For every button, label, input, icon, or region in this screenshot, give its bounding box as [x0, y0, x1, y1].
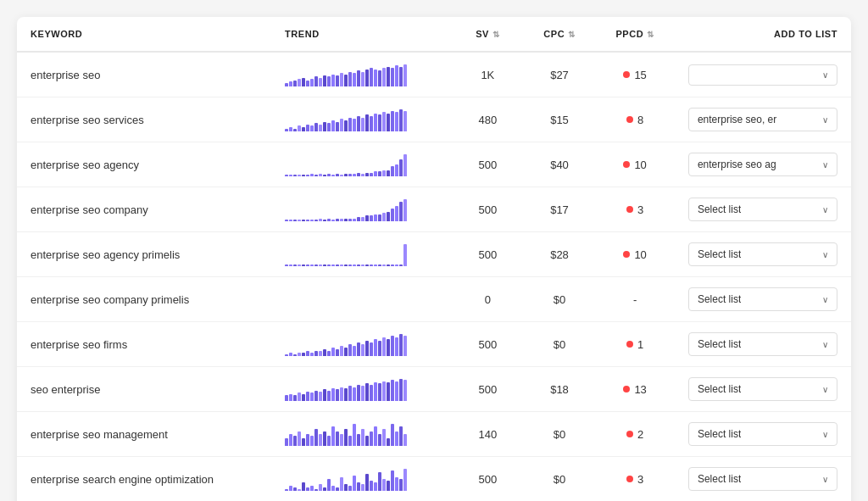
select-list-dropdown[interactable]: Select list∨	[688, 198, 837, 221]
ppcd-value-text: 3	[637, 473, 643, 486]
trend-bar	[331, 388, 335, 401]
trend-bar	[391, 68, 394, 86]
trend-bar	[370, 385, 373, 401]
addtolist-cell: Select list∨	[675, 232, 851, 277]
cpc-cell: $15	[524, 97, 596, 142]
trend-bar	[344, 264, 348, 266]
trend-bar	[323, 487, 326, 491]
trend-bar	[293, 354, 297, 356]
ppcd-cell: 3	[595, 187, 675, 232]
trend-bar	[365, 215, 369, 221]
trend-bar	[344, 429, 348, 446]
trend-bar	[289, 353, 292, 356]
trend-bar	[331, 348, 335, 356]
trend-bar	[344, 75, 348, 86]
select-list-dropdown[interactable]: enterprise seo, er∨	[688, 108, 837, 131]
addtolist-cell: enterprise seo ag∨	[675, 142, 851, 187]
select-list-dropdown[interactable]: Select list∨	[688, 377, 837, 401]
trend-bar	[365, 264, 369, 266]
select-list-dropdown[interactable]: Select list∨	[688, 422, 837, 446]
ppcd-sort-icon[interactable]: ⇅	[647, 30, 654, 39]
trend-bar	[302, 264, 305, 266]
trend-bar	[399, 426, 403, 446]
ppcd-dot	[626, 476, 633, 482]
trend-bar	[378, 114, 381, 131]
select-list-dropdown[interactable]: enterprise seo ag∨	[688, 153, 837, 176]
trend-bar	[327, 76, 331, 86]
select-list-dropdown[interactable]: ∨	[688, 64, 837, 86]
trend-cell	[271, 52, 452, 97]
ppcd-value-text: 1	[637, 338, 643, 351]
trend-bar	[285, 354, 288, 356]
trend-bar	[298, 125, 301, 131]
chevron-down-icon: ∨	[822, 385, 828, 394]
trend-bar	[382, 337, 386, 356]
trend-bar	[310, 436, 314, 446]
ppcd-cell: 8	[595, 97, 675, 142]
trend-bar	[353, 346, 356, 356]
chevron-down-icon: ∨	[822, 115, 828, 125]
select-list-dropdown[interactable]: Select list∨	[688, 467, 837, 491]
sv-cell: 0	[452, 277, 524, 322]
table-row: enterprise seo1K$2715∨	[17, 52, 851, 97]
select-list-value: Select list	[698, 293, 741, 305]
trend-bar	[374, 482, 377, 491]
trend-bar	[310, 125, 314, 131]
trend-bar	[403, 154, 407, 176]
trend-bar	[387, 170, 390, 176]
trend-bar	[382, 68, 386, 86]
trend-bar	[391, 424, 394, 446]
trend-bar	[293, 264, 297, 266]
keyword-cell: enterprise seo firms	[17, 322, 271, 367]
trend-bar	[378, 264, 381, 266]
trend-bar	[314, 489, 318, 491]
trend-bar	[395, 431, 398, 446]
trend-bar	[310, 353, 314, 356]
trend-bar	[399, 67, 403, 86]
select-list-dropdown[interactable]: Select list∨	[688, 332, 837, 356]
trend-bar	[289, 81, 292, 86]
cpc-sort-icon[interactable]: ⇅	[568, 30, 576, 39]
sv-cell: 500	[452, 457, 524, 502]
trend-bar	[314, 123, 318, 131]
trend-bar	[293, 487, 297, 491]
select-list-value: enterprise seo, er	[698, 114, 776, 125]
ppcd-value-text: 8	[637, 114, 643, 126]
trend-bar	[361, 386, 364, 401]
trend-bar	[323, 122, 326, 131]
trend-bar	[319, 219, 322, 221]
select-list-value: Select list	[698, 248, 741, 260]
trend-bar	[306, 81, 309, 86]
trend-bar	[298, 431, 301, 446]
select-list-dropdown[interactable]: Select list∨	[688, 242, 837, 266]
addtolist-cell: Select list∨	[675, 277, 851, 322]
trend-bar	[365, 173, 369, 176]
select-list-dropdown[interactable]: Select list∨	[688, 287, 837, 311]
trend-cell	[271, 457, 452, 502]
addtolist-cell: Select list∨	[675, 187, 851, 232]
trend-bar	[399, 202, 403, 221]
ppcd-cell: 10	[595, 232, 675, 277]
trend-bar	[340, 73, 343, 86]
trend-bar	[340, 477, 343, 491]
keyword-cell: seo enterprise	[17, 367, 271, 412]
chevron-down-icon: ∨	[822, 430, 828, 439]
trend-bar	[399, 479, 403, 491]
trend-bar	[302, 482, 305, 491]
sv-sort-icon[interactable]: ⇅	[492, 30, 500, 39]
trend-bar	[323, 175, 326, 176]
trend-bar	[348, 486, 352, 491]
table-row: enterprise seo management140$02Select li…	[17, 412, 851, 457]
select-list-value: Select list	[698, 203, 741, 215]
sv-cell: 500	[452, 142, 524, 187]
trend-bar	[357, 264, 360, 266]
chevron-down-icon: ∨	[822, 250, 828, 259]
trend-bar	[348, 344, 352, 356]
select-list-value: Select list	[698, 473, 741, 485]
ppcd-dot	[626, 116, 633, 123]
trend-bar	[310, 220, 314, 221]
trend-bar	[348, 264, 352, 266]
trend-bar	[293, 436, 297, 446]
trend-bar	[289, 434, 292, 446]
ppcd-cell: 2	[595, 412, 675, 457]
